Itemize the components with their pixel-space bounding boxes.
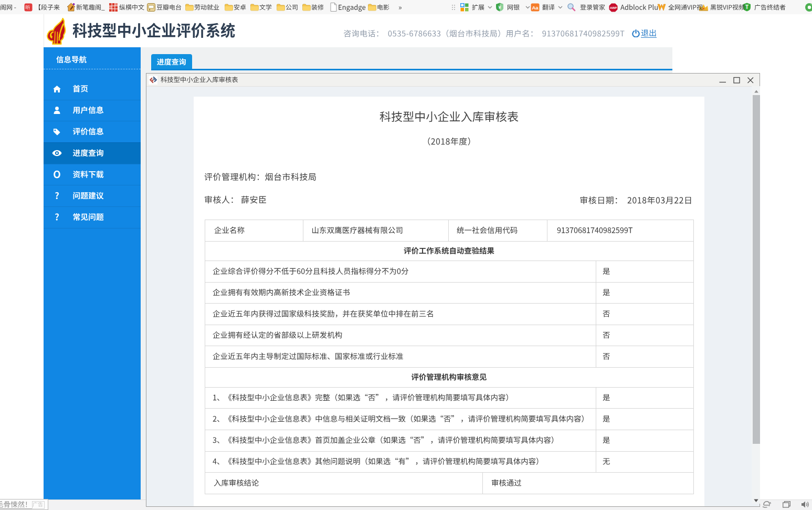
svg-text:ABP: ABP [610, 6, 617, 9]
svg-text:Aa: Aa [532, 5, 539, 11]
svg-text:¥: ¥ [498, 5, 501, 10]
svg-text:T: T [745, 4, 748, 10]
